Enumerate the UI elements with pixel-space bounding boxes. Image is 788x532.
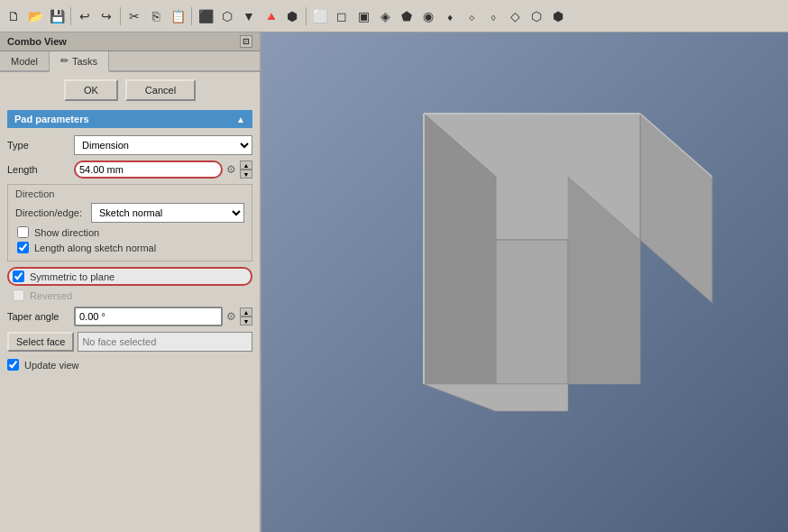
toolbar-shape4-icon[interactable]: 🔺 <box>261 6 280 26</box>
tab-tasks-label: Tasks <box>72 56 97 67</box>
toolbar-3d12-icon[interactable]: ⬢ <box>548 6 568 26</box>
toolbar-redo-icon[interactable]: ↪ <box>96 6 116 26</box>
combo-view-float-btn[interactable]: ⊡ <box>240 35 252 48</box>
toolbar-3d9-icon[interactable]: ⬨ <box>483 6 503 26</box>
type-row: Type Dimension Through All Symmetric to … <box>7 135 252 155</box>
length-spin-down[interactable]: ▼ <box>240 170 252 179</box>
symmetric-plane-row: Symmetric to plane <box>7 267 252 286</box>
tab-bar: Model ✏ Tasks <box>0 51 260 72</box>
3d-viewport[interactable] <box>261 32 788 532</box>
length-input[interactable] <box>76 162 221 177</box>
combo-view-panel: Combo View ⊡ Model ✏ Tasks OK Cancel <box>0 32 261 532</box>
reversed-checkbox[interactable] <box>13 289 24 301</box>
toolbar-open-icon[interactable]: 📂 <box>25 6 45 26</box>
toolbar-3d6-icon[interactable]: ◉ <box>418 6 438 26</box>
toolbar-sep-4 <box>306 7 307 25</box>
title-controls: ⊡ <box>240 35 252 48</box>
taper-angle-spinner: ▲ ▼ <box>240 307 252 326</box>
toolbar-3d10-icon[interactable]: ◇ <box>505 6 525 26</box>
select-face-row: Select face <box>7 332 252 352</box>
action-buttons: OK Cancel <box>7 79 252 101</box>
length-gear-icon[interactable]: ⚙ <box>226 163 236 176</box>
tab-model-label: Model <box>11 56 38 67</box>
length-label: Length <box>7 164 70 175</box>
cancel-button[interactable]: Cancel <box>125 79 196 101</box>
length-along-sketch-checkbox[interactable] <box>17 242 29 253</box>
toolbar-3d2-icon[interactable]: ◻ <box>332 6 352 26</box>
toolbar-new-icon[interactable]: 🗋 <box>4 6 23 26</box>
show-direction-checkbox[interactable] <box>17 226 29 238</box>
toolbar-3d3-icon[interactable]: ▣ <box>353 6 373 26</box>
reversed-label: Reversed <box>30 290 72 301</box>
toolbar-sep-2 <box>120 7 121 25</box>
type-label: Type <box>7 140 70 151</box>
toolbar-save-icon[interactable]: 💾 <box>47 6 67 26</box>
panel-content: OK Cancel Pad parameters ▲ Type Dimensio… <box>0 72 260 532</box>
show-direction-row: Show direction <box>15 226 244 238</box>
type-select[interactable]: Dimension Through All Symmetric to Plane… <box>74 135 252 155</box>
toolbar-3d8-icon[interactable]: ⬦ <box>462 6 481 26</box>
toolbar-cut-icon[interactable]: ✂ <box>124 6 144 26</box>
toolbar-sep-1 <box>70 7 71 25</box>
taper-angle-input[interactable] <box>74 307 223 326</box>
taper-spin-down[interactable]: ▼ <box>240 316 252 326</box>
toolbar-3d11-icon[interactable]: ⬡ <box>527 6 546 26</box>
pad-parameters-title: Pad parameters <box>14 114 89 124</box>
taper-angle-label: Taper angle <box>7 311 70 322</box>
toolbar-3d1-icon[interactable]: ⬜ <box>310 6 330 26</box>
length-spin-up[interactable]: ▲ <box>240 161 252 170</box>
toolbar-3d7-icon[interactable]: ⬧ <box>440 6 460 26</box>
direction-edge-select[interactable]: Sketch normal X axis Y axis Z axis <box>91 203 244 223</box>
length-along-sketch-row: Length along sketch normal <box>15 242 244 253</box>
direction-section: Direction Direction/edge: Sketch normal … <box>7 184 252 261</box>
direction-edge-row: Direction/edge: Sketch normal X axis Y a… <box>15 203 244 223</box>
pad-parameters-header: Pad parameters ▲ <box>7 110 252 128</box>
tab-tasks[interactable]: ✏ Tasks <box>50 51 109 72</box>
toolbar-shape5-icon[interactable]: ⬢ <box>282 6 302 26</box>
update-view-label: Update view <box>24 360 79 371</box>
toolbar-undo-icon[interactable]: ↩ <box>75 6 95 26</box>
show-direction-label: Show direction <box>34 227 99 238</box>
reversed-row: Reversed <box>7 289 252 301</box>
toolbar-shape1-icon[interactable]: ⬛ <box>196 6 215 26</box>
combo-view-title-text: Combo View <box>7 36 67 47</box>
update-view-row: Update view <box>7 359 252 371</box>
taper-angle-gear-icon[interactable]: ⚙ <box>226 310 236 323</box>
length-spinner: ▲ ▼ <box>240 161 252 179</box>
ok-button[interactable]: OK <box>64 79 118 101</box>
toolbar: 🗋 📂 💾 ↩ ↪ ✂ ⎘ 📋 ⬛ ⬡ ▼ 🔺 ⬢ ⬜ ◻ ▣ ◈ ⬟ ◉ ⬧ … <box>0 0 788 32</box>
symmetric-plane-label: Symmetric to plane <box>30 271 115 282</box>
direction-label: Direction <box>15 188 244 199</box>
tab-tasks-icon: ✏ <box>60 55 69 67</box>
toolbar-3d5-icon[interactable]: ⬟ <box>397 6 417 26</box>
toolbar-shape2-icon[interactable]: ⬡ <box>217 6 237 26</box>
length-input-wrapper <box>74 161 223 179</box>
tab-model[interactable]: Model <box>0 51 50 70</box>
toolbar-3d4-icon[interactable]: ◈ <box>375 6 395 26</box>
length-row: Length ⚙ ▲ ▼ <box>7 161 252 179</box>
section-collapse-icon[interactable]: ▲ <box>236 115 245 124</box>
combo-view-title: Combo View ⊡ <box>0 32 260 51</box>
update-view-checkbox[interactable] <box>7 359 19 371</box>
toolbar-copy-icon[interactable]: ⎘ <box>146 6 166 26</box>
select-face-button[interactable]: Select face <box>7 332 74 352</box>
length-along-sketch-label: Length along sketch normal <box>34 243 156 253</box>
toolbar-shape3-icon[interactable]: ▼ <box>239 6 259 26</box>
face-input <box>78 332 252 352</box>
toolbar-sep-3 <box>191 7 192 25</box>
toolbar-paste-icon[interactable]: 📋 <box>168 6 188 26</box>
taper-spin-up[interactable]: ▲ <box>240 307 252 316</box>
main-area: Combo View ⊡ Model ✏ Tasks OK Cancel <box>0 32 788 532</box>
taper-angle-row: Taper angle ⚙ ▲ ▼ <box>7 307 252 326</box>
symmetric-plane-checkbox[interactable] <box>13 271 24 282</box>
direction-edge-label: Direction/edge: <box>15 207 87 218</box>
